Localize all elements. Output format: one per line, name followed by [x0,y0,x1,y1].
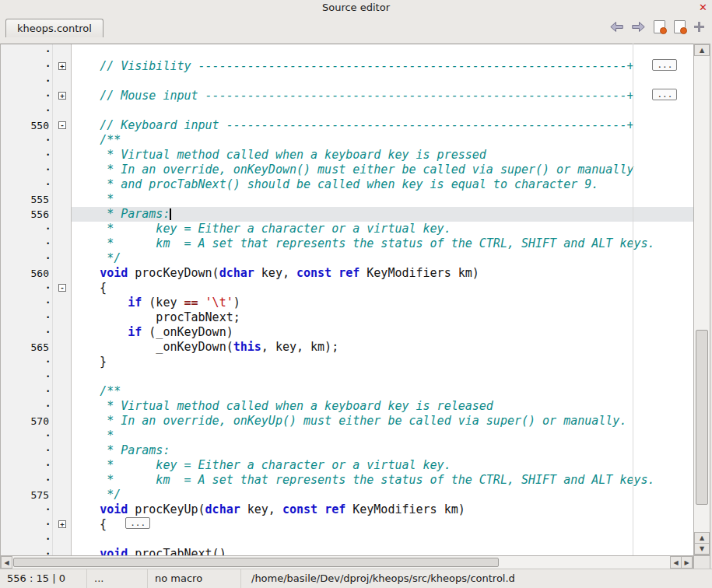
code-line[interactable]: • if (_onKeyDown) [1,325,693,340]
gutter-dot[interactable]: • [1,517,52,532]
gutter-dot[interactable]: • [1,502,52,517]
gutter-line-number[interactable]: 565 [1,340,52,355]
nav-forward-icon[interactable] [632,22,645,32]
gutter-dot[interactable]: • [1,399,52,414]
scroll-right-icon[interactable]: ▶ [681,556,693,569]
close-icon[interactable]: ✕ [699,0,707,16]
code-line-text[interactable] [72,103,693,118]
gutter-dot[interactable]: • [1,103,52,118]
gutter-dot[interactable]: • [1,355,52,369]
fold-expand-icon[interactable]: + [58,520,66,528]
code-line-text[interactable]: // Visibility --------------------------… [72,59,693,74]
code-line[interactable]: 550- // Keyboard input -----------------… [1,118,693,133]
scroll-up-icon[interactable]: ▲ [694,532,710,544]
code-line-text[interactable]: */ [72,251,693,266]
code-line[interactable]: • * and procTabNext() should be called w… [1,177,693,192]
gutter-dot[interactable]: • [1,547,52,555]
code-line-text[interactable]: // Keyboard input ----------------------… [72,118,693,133]
gutter-line-number[interactable]: 570 [1,414,52,429]
code-line-text[interactable]: /** [72,133,693,148]
gutter-dot[interactable]: • [1,325,52,340]
code-line[interactable]: 565 _onKeyDown(this, key, km); [1,340,693,355]
code-line[interactable]: •- { [1,281,693,296]
code-line-text[interactable]: if (_onKeyDown) [72,325,693,340]
code-line-text[interactable] [72,74,693,89]
gutter-dot[interactable]: • [1,251,52,266]
detach-icon[interactable] [694,22,704,32]
gutter-dot[interactable]: • [1,443,52,458]
scroll-up-icon[interactable]: ▲ [694,44,710,56]
code-line[interactable]: • [1,532,693,547]
code-line-text[interactable]: * Params: [72,207,693,222]
code-line-text[interactable]: void procTabNext() [72,547,693,555]
code-line[interactable]: 555 * [1,192,693,207]
code-line[interactable]: • */ [1,251,693,266]
gutter-dot[interactable]: • [1,369,52,384]
code-line[interactable]: • * km = A set that represents the statu… [1,473,693,488]
code-line-text[interactable]: * In an override, onKeyUp() must either … [72,414,693,429]
code-line[interactable]: • } [1,355,693,369]
gutter-dot[interactable]: • [1,89,52,103]
nav-back-icon[interactable] [610,22,623,32]
gutter-line-number[interactable]: 550 [1,118,52,133]
code-line-text[interactable]: void procKeyDown(dchar key, const ref Ke… [72,266,693,281]
code-line[interactable]: • * In an override, onKeyDown() must eit… [1,163,693,177]
scroll-down-icon[interactable]: ▼ [694,543,710,555]
horizontal-scrollbar[interactable]: ◀ ◀ ▶ [0,555,693,569]
gutter-dot[interactable]: • [1,44,52,59]
code-line[interactable]: • * km = A set that represents the statu… [1,236,693,251]
code-line-text[interactable]: * In an override, onKeyDown() must eithe… [72,163,693,177]
gutter-dot[interactable]: • [1,384,52,399]
tab-kheops-control[interactable]: kheops.control [5,19,103,37]
code-line-text[interactable]: * [72,429,693,443]
modified-document-icon-2[interactable] [674,20,686,33]
scroll-left-icon[interactable]: ◀ [1,556,12,569]
code-line-text[interactable]: * key = Either a character or a virtual … [72,458,693,473]
code-line-text[interactable]: */ [72,488,693,502]
gutter-dot[interactable]: • [1,473,52,488]
code-line-text[interactable]: * [72,192,693,207]
code-line-text[interactable] [72,44,693,59]
gutter-dot[interactable]: • [1,310,52,325]
code-line-text[interactable]: void procKeyUp(dchar key, const ref KeyM… [72,502,693,517]
horizontal-scrollbar-thumb[interactable] [13,558,499,567]
gutter-dot[interactable]: • [1,222,52,236]
code-line[interactable]: • * Params: [1,443,693,458]
gutter-line-number[interactable]: 556 [1,207,52,222]
folded-code-hint[interactable]: ... [125,517,150,529]
gutter-line-number[interactable]: 555 [1,192,52,207]
folded-code-hint[interactable]: ... [652,59,677,71]
gutter-line-number[interactable]: 560 [1,266,52,281]
code-line-text[interactable] [72,369,693,384]
code-line-text[interactable]: * Virtual method called when a keyboard … [72,148,693,163]
fold-expand-icon[interactable]: + [58,92,66,100]
gutter-dot[interactable]: • [1,148,52,163]
gutter-dot[interactable]: • [1,532,52,547]
vertical-scrollbar[interactable]: ▲ ▲ ▼ [693,44,710,555]
code-line-text[interactable]: * km = A set that represents the status … [72,236,693,251]
code-line-text[interactable]: * km = A set that represents the status … [72,473,693,488]
code-line[interactable]: • * Virtual method called when a keyboar… [1,148,693,163]
code-line[interactable]: • /** [1,384,693,399]
code-line[interactable]: • * Virtual method called when a keyboar… [1,399,693,414]
code-line-text[interactable]: * Virtual method called when a keyboard … [72,399,693,414]
gutter-dot[interactable]: • [1,177,52,192]
code-line[interactable]: • if (key == '\t') [1,296,693,310]
code-line[interactable]: •+ // Visibility -----------------------… [1,59,693,74]
code-line[interactable]: 556 * Params: [1,207,693,222]
code-line[interactable]: • void procTabNext() [1,547,693,555]
code-line-text[interactable]: * and procTabNext() should be called whe… [72,177,693,192]
gutter-dot[interactable]: • [1,236,52,251]
code-line[interactable]: • [1,369,693,384]
code-line[interactable]: 575 */ [1,488,693,502]
gutter-dot[interactable]: • [1,458,52,473]
code-line-text[interactable]: } [72,355,693,369]
modified-document-icon[interactable] [654,20,665,33]
code-line[interactable]: • * [1,429,693,443]
code-line-text[interactable]: if (key == '\t') [72,296,693,310]
gutter-dot[interactable]: • [1,74,52,89]
code-line-text[interactable] [72,532,693,547]
code-line-text[interactable]: { [72,281,693,296]
code-line[interactable]: 560 void procKeyDown(dchar key, const re… [1,266,693,281]
code-line[interactable]: • [1,103,693,118]
